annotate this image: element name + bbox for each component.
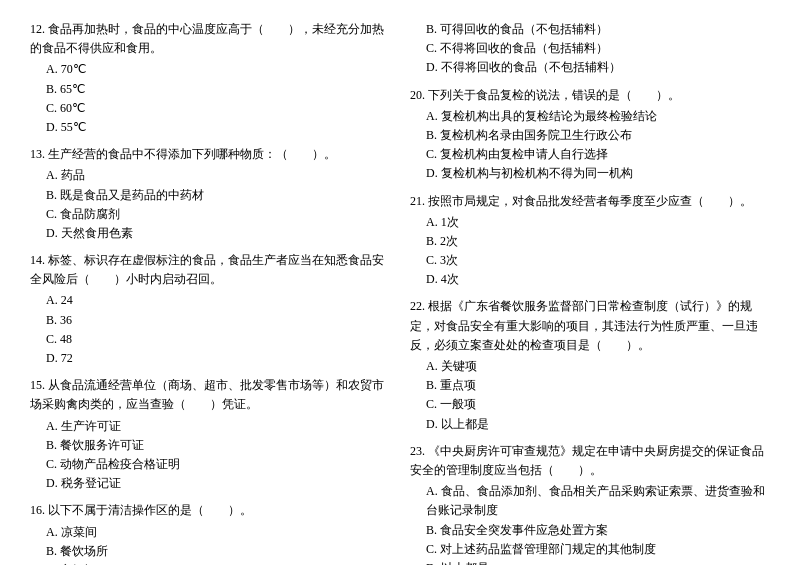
option: B. 餐饮场所: [46, 542, 390, 561]
option: B. 36: [46, 311, 390, 330]
option: C. 烹饪间: [46, 561, 390, 565]
option: B. 既是食品又是药品的中药材: [46, 186, 390, 205]
option: C. 不得将回收的食品（包括辅料）: [426, 39, 770, 58]
option: A. 复检机构出具的复检结论为最终检验结论: [426, 107, 770, 126]
question-16: 16. 以下不属于清洁操作区的是（ ）。 A. 凉菜间 B. 餐饮场所 C. 烹…: [30, 501, 390, 565]
question-16-options: A. 凉菜间 B. 餐饮场所 C. 烹饪间 D. 备餐场所: [30, 523, 390, 566]
option: A. 70℃: [46, 60, 390, 79]
question-20: 20. 下列关于食品复检的说法，错误的是（ ）。 A. 复检机构出具的复检结论为…: [410, 86, 770, 184]
left-column: 12. 食品再加热时，食品的中心温度应高于（ ），未经充分加热的食品不得供应和食…: [30, 20, 390, 565]
question-19-continued: B. 可得回收的食品（不包括辅料） C. 不得将回收的食品（包括辅料） D. 不…: [410, 20, 770, 78]
page-container: 12. 食品再加热时，食品的中心温度应高于（ ），未经充分加热的食品不得供应和食…: [30, 20, 770, 565]
option: C. 对上述药品监督管理部门规定的其他制度: [426, 540, 770, 559]
question-13-options: A. 药品 B. 既是食品又是药品的中药材 C. 食品防腐剂 D. 天然食用色素: [30, 166, 390, 243]
option: D. 72: [46, 349, 390, 368]
question-20-options: A. 复检机构出具的复检结论为最终检验结论 B. 复检机构名录由国务院卫生行政公…: [410, 107, 770, 184]
two-column-layout: 12. 食品再加热时，食品的中心温度应高于（ ），未经充分加热的食品不得供应和食…: [30, 20, 770, 565]
question-19b-options: B. 可得回收的食品（不包括辅料） C. 不得将回收的食品（包括辅料） D. 不…: [410, 20, 770, 78]
option: B. 65℃: [46, 80, 390, 99]
option: C. 3次: [426, 251, 770, 270]
option: C. 复检机构由复检申请人自行选择: [426, 145, 770, 164]
option: B. 复检机构名录由国务院卫生行政公布: [426, 126, 770, 145]
question-14-text: 14. 标签、标识存在虚假标注的食品，食品生产者应当在知悉食品安全风险后（ ）小…: [30, 251, 390, 289]
question-22-options: A. 关键项 B. 重点项 C. 一般项 D. 以上都是: [410, 357, 770, 434]
question-12-text: 12. 食品再加热时，食品的中心温度应高于（ ），未经充分加热的食品不得供应和食…: [30, 20, 390, 58]
option: D. 4次: [426, 270, 770, 289]
option: A. 生产许可证: [46, 417, 390, 436]
question-14: 14. 标签、标识存在虚假标注的食品，食品生产者应当在知悉食品安全风险后（ ）小…: [30, 251, 390, 368]
question-22-text: 22. 根据《广东省餐饮服务监督部门日常检查制度（试行）》的规定，对食品安全有重…: [410, 297, 770, 355]
question-13: 13. 生产经营的食品中不得添加下列哪种物质：（ ）。 A. 药品 B. 既是食…: [30, 145, 390, 243]
option: B. 食品安全突发事件应急处置方案: [426, 521, 770, 540]
option: D. 税务登记证: [46, 474, 390, 493]
question-15: 15. 从食品流通经营单位（商场、超市、批发零售市场等）和农贸市场采购禽肉类的，…: [30, 376, 390, 493]
option: D. 以上都是: [426, 559, 770, 565]
question-20-text: 20. 下列关于食品复检的说法，错误的是（ ）。: [410, 86, 770, 105]
question-21-text: 21. 按照市局规定，对食品批发经营者每季度至少应查（ ）。: [410, 192, 770, 211]
question-21-options: A. 1次 B. 2次 C. 3次 D. 4次: [410, 213, 770, 290]
option: D. 以上都是: [426, 415, 770, 434]
option: B. 餐饮服务许可证: [46, 436, 390, 455]
option: A. 凉菜间: [46, 523, 390, 542]
option: A. 食品、食品添加剂、食品相关产品采购索证索票、进货查验和台账记录制度: [426, 482, 770, 520]
question-13-text: 13. 生产经营的食品中不得添加下列哪种物质：（ ）。: [30, 145, 390, 164]
question-23-options: A. 食品、食品添加剂、食品相关产品采购索证索票、进货查验和台账记录制度 B. …: [410, 482, 770, 565]
option: C. 食品防腐剂: [46, 205, 390, 224]
option: C. 一般项: [426, 395, 770, 414]
option: D. 不得将回收的食品（不包括辅料）: [426, 58, 770, 77]
question-22: 22. 根据《广东省餐饮服务监督部门日常检查制度（试行）》的规定，对食品安全有重…: [410, 297, 770, 433]
option: B. 可得回收的食品（不包括辅料）: [426, 20, 770, 39]
question-21: 21. 按照市局规定，对食品批发经营者每季度至少应查（ ）。 A. 1次 B. …: [410, 192, 770, 290]
question-14-options: A. 24 B. 36 C. 48 D. 72: [30, 291, 390, 368]
option: B. 重点项: [426, 376, 770, 395]
question-15-options: A. 生产许可证 B. 餐饮服务许可证 C. 动物产品检疫合格证明 D. 税务登…: [30, 417, 390, 494]
option: C. 60℃: [46, 99, 390, 118]
option: A. 24: [46, 291, 390, 310]
option: D. 55℃: [46, 118, 390, 137]
option: D. 天然食用色素: [46, 224, 390, 243]
option: A. 1次: [426, 213, 770, 232]
option: A. 药品: [46, 166, 390, 185]
question-23: 23. 《中央厨房许可审查规范》规定在申请中央厨房提交的保证食品安全的管理制度应…: [410, 442, 770, 565]
question-16-text: 16. 以下不属于清洁操作区的是（ ）。: [30, 501, 390, 520]
option: D. 复检机构与初检机构不得为同一机构: [426, 164, 770, 183]
right-column: B. 可得回收的食品（不包括辅料） C. 不得将回收的食品（包括辅料） D. 不…: [410, 20, 770, 565]
option: C. 动物产品检疫合格证明: [46, 455, 390, 474]
question-15-text: 15. 从食品流通经营单位（商场、超市、批发零售市场等）和农贸市场采购禽肉类的，…: [30, 376, 390, 414]
option: C. 48: [46, 330, 390, 349]
option: A. 关键项: [426, 357, 770, 376]
question-12-options: A. 70℃ B. 65℃ C. 60℃ D. 55℃: [30, 60, 390, 137]
question-12: 12. 食品再加热时，食品的中心温度应高于（ ），未经充分加热的食品不得供应和食…: [30, 20, 390, 137]
question-23-text: 23. 《中央厨房许可审查规范》规定在申请中央厨房提交的保证食品安全的管理制度应…: [410, 442, 770, 480]
option: B. 2次: [426, 232, 770, 251]
